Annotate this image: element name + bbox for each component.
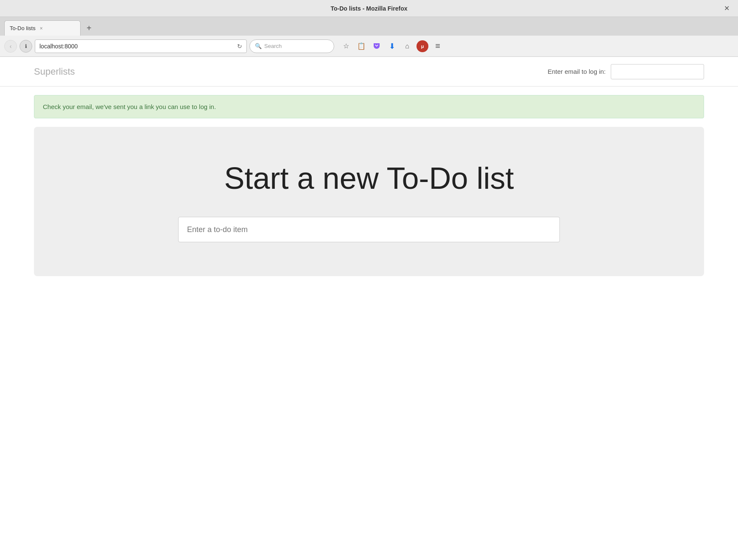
download-button[interactable]: ⬇ [386,40,398,52]
info-icon: ℹ [25,43,27,49]
window-title: To-Do lists - Mozilla Firefox [331,5,408,12]
page-content: Superlists Enter email to log in: Check … [0,57,738,560]
nav-bar: ‹ ℹ localhost:8000 ↻ 🔍 Search ☆ 📋 ⬇ [0,36,738,57]
pocket-button[interactable] [371,40,383,52]
url-text: localhost:8000 [39,43,234,50]
info-button[interactable]: ℹ [20,40,32,53]
download-icon: ⬇ [389,42,395,51]
login-label: Enter email to log in: [548,68,606,75]
url-bar[interactable]: localhost:8000 ↻ [35,39,247,53]
home-button[interactable]: ⌂ [401,40,413,52]
reload-icon[interactable]: ↻ [237,43,242,50]
bookmark-icon: ☆ [343,42,349,50]
site-header: Superlists Enter email to log in: [0,57,738,87]
home-icon: ⌂ [405,42,409,50]
pocket-icon [373,42,380,51]
back-button[interactable]: ‹ [4,40,17,53]
browser-search-bar[interactable]: 🔍 Search [249,39,334,53]
back-icon: ‹ [10,43,12,50]
tab-bar: To-Do lists × + [0,17,738,36]
new-tab-button[interactable]: + [82,20,96,36]
ublock-icon: μ [421,44,424,49]
success-alert: Check your email, we've sent you a link … [34,95,704,118]
email-input[interactable] [611,64,704,79]
window-close-button[interactable]: ✕ [724,4,730,12]
menu-icon: ≡ [435,41,440,51]
clipboard-button[interactable]: 📋 [355,40,367,52]
active-tab[interactable]: To-Do lists × [4,20,81,36]
clipboard-icon: 📋 [357,42,366,50]
page-heading: Start a new To-Do list [224,161,514,196]
tab-close-button[interactable]: × [40,25,43,31]
menu-button[interactable]: ≡ [432,40,444,52]
nav-icons: ☆ 📋 ⬇ ⌂ μ ≡ [340,40,444,52]
bookmark-button[interactable]: ☆ [340,40,352,52]
jumbotron: Start a new To-Do list [34,127,704,276]
todo-input[interactable] [178,217,560,242]
site-brand: Superlists [34,66,75,77]
search-placeholder: Search [264,43,282,49]
tab-label: To-Do lists [10,25,36,31]
login-area: Enter email to log in: [548,64,704,79]
search-icon: 🔍 [255,43,262,49]
title-bar: To-Do lists - Mozilla Firefox ✕ [0,0,738,17]
alert-message: Check your email, we've sent you a link … [43,103,216,110]
ublock-button[interactable]: μ [417,40,428,52]
